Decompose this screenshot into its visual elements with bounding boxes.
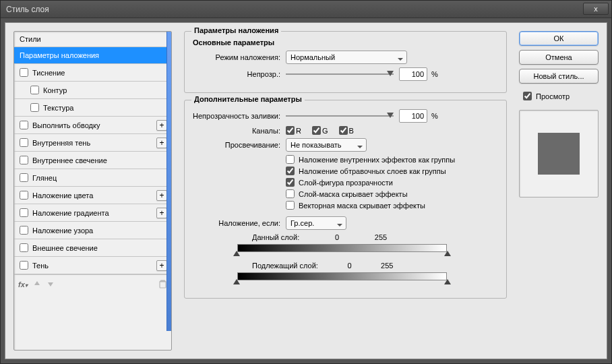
titlebar: Стиль слоя x — [1, 1, 611, 18]
slider-handle-high-icon[interactable] — [444, 279, 451, 284]
underlying-layer-label: Подлежащий слой: — [252, 262, 318, 270]
arrow-up-icon[interactable] — [33, 280, 41, 289]
pct-label: % — [431, 70, 438, 78]
styles-header: Стили — [14, 32, 171, 47]
style-item[interactable]: Контур — [14, 82, 171, 99]
channel-b[interactable]: B — [339, 126, 354, 135]
style-checkbox[interactable] — [20, 243, 28, 252]
fill-opacity-slider[interactable] — [286, 111, 394, 121]
style-item[interactable]: Текстура — [14, 99, 171, 117]
styles-list: Стили Параметры наложенияТиснениеКонтурТ… — [13, 31, 172, 351]
slider-handle-high-icon[interactable] — [444, 251, 451, 256]
fx-icon[interactable]: fx▾ — [18, 280, 28, 289]
add-effect-button[interactable]: + — [156, 190, 167, 201]
blendif-select[interactable]: Гр.сер. — [286, 216, 346, 230]
preview-checkbox[interactable]: Просмотр — [523, 92, 599, 100]
right-panel: ОК Отмена Новый стиль... Просмотр — [519, 31, 599, 351]
advanced-title: Дополнительные параметры — [191, 95, 305, 103]
blend-mode-label: Режим наложения: — [191, 53, 286, 61]
style-item[interactable]: Внутреннее свечение — [14, 152, 171, 169]
channels-label: Каналы: — [191, 127, 286, 135]
fill-opacity-input[interactable] — [399, 109, 427, 123]
channel-r[interactable]: R — [286, 126, 301, 135]
style-item[interactable]: Внешнее свечение — [14, 239, 171, 257]
style-checkbox[interactable] — [30, 103, 39, 112]
style-label: Наложение градиента — [32, 209, 109, 217]
style-item[interactable]: Выполнить обводку+ — [14, 117, 171, 134]
layer-mask-hides-checkbox[interactable] — [286, 189, 295, 198]
style-item[interactable]: Наложение узора — [14, 222, 171, 239]
new-style-button[interactable]: Новый стиль... — [519, 69, 599, 84]
style-item[interactable]: Наложение градиента+ — [14, 204, 171, 222]
trash-icon[interactable] — [158, 279, 167, 290]
add-effect-button[interactable]: + — [156, 138, 167, 148]
style-checkbox[interactable] — [20, 261, 28, 270]
style-label: Тень — [32, 262, 49, 270]
style-label: Выполнить обводку — [32, 121, 100, 129]
style-item[interactable]: Параметры наложения — [14, 47, 171, 64]
this-layer-blend-slider[interactable] — [225, 243, 459, 257]
slider-handle-low-icon[interactable] — [233, 251, 240, 256]
style-label: Внутренняя тень — [32, 139, 90, 147]
style-label: Параметры наложения — [20, 51, 99, 59]
styles-footer: fx▾ — [14, 274, 171, 293]
style-label: Тиснение — [32, 69, 65, 77]
close-button[interactable]: x — [583, 3, 609, 15]
main-panel: Параметры наложения Основные параметры Р… — [184, 31, 507, 351]
channels-group: R G B — [286, 126, 362, 135]
style-label: Наложение цвета — [32, 191, 93, 200]
style-item[interactable]: Наложение цвета+ — [14, 187, 171, 204]
this-layer-label: Данный слой: — [252, 233, 299, 241]
style-checkbox[interactable] — [20, 121, 28, 129]
opacity-input[interactable] — [399, 67, 427, 81]
style-item[interactable]: Внутренняя тень+ — [14, 134, 171, 152]
style-checkbox[interactable] — [20, 173, 28, 182]
close-icon: x — [594, 5, 598, 13]
add-effect-button[interactable]: + — [156, 208, 167, 218]
dialog-title: Стиль слоя — [6, 5, 49, 14]
styles-scrollbar[interactable] — [166, 32, 171, 331]
basic-params-title: Основные параметры — [193, 38, 499, 47]
channel-g[interactable]: G — [312, 126, 328, 135]
style-label: Контур — [43, 86, 67, 94]
style-item[interactable]: Тиснение — [14, 64, 171, 82]
ok-button[interactable]: ОК — [519, 31, 599, 46]
blend-clipped-checkbox[interactable] — [286, 166, 295, 175]
style-checkbox[interactable] — [20, 138, 28, 147]
style-checkbox[interactable] — [20, 226, 28, 235]
style-label: Глянец — [32, 174, 57, 182]
blend-interior-checkbox[interactable] — [286, 155, 295, 164]
slider-handle-low-icon[interactable] — [233, 279, 240, 284]
preview-swatch — [538, 133, 580, 175]
style-item[interactable]: Глянец — [14, 169, 171, 187]
style-checkbox[interactable] — [30, 86, 39, 94]
style-label: Текстура — [43, 104, 73, 112]
style-checkbox[interactable] — [20, 191, 28, 200]
knockout-select[interactable]: Не показывать — [286, 138, 367, 152]
style-checkbox[interactable] — [20, 156, 28, 164]
add-effect-button[interactable]: + — [156, 120, 167, 131]
cancel-button[interactable]: Отмена — [519, 50, 599, 65]
layer-style-dialog: Стиль слоя x Стили Параметры наложенияТи… — [0, 0, 612, 364]
opacity-slider[interactable] — [286, 69, 394, 79]
section-title: Параметры наложения — [191, 26, 281, 34]
advanced-group: Дополнительные параметры Непрозрачность … — [184, 100, 507, 299]
style-checkbox[interactable] — [20, 208, 28, 217]
blending-options-group: Параметры наложения Основные параметры Р… — [184, 31, 507, 93]
styles-panel: Стили Параметры наложенияТиснениеКонтурТ… — [13, 31, 172, 351]
preview-box — [519, 110, 599, 198]
blend-mode-select[interactable]: Нормальный — [286, 51, 407, 64]
style-label: Внутреннее свечение — [32, 156, 107, 164]
fill-opacity-label: Непрозрачность заливки: — [191, 112, 286, 120]
blendif-label: Наложение, если: — [191, 219, 286, 227]
transparency-shapes-checkbox[interactable] — [286, 178, 295, 187]
underlying-layer-blend-slider[interactable] — [225, 271, 459, 286]
dialog-body: Стили Параметры наложенияТиснениеКонтурТ… — [5, 22, 607, 359]
arrow-down-icon[interactable] — [47, 280, 55, 289]
vector-mask-hides-checkbox[interactable] — [286, 201, 295, 210]
style-checkbox[interactable] — [20, 68, 28, 77]
style-item[interactable]: Тень+ — [14, 257, 171, 274]
opacity-label: Непрозр.: — [191, 70, 286, 78]
add-effect-button[interactable]: + — [156, 260, 167, 271]
style-label: Внешнее свечение — [32, 244, 98, 252]
